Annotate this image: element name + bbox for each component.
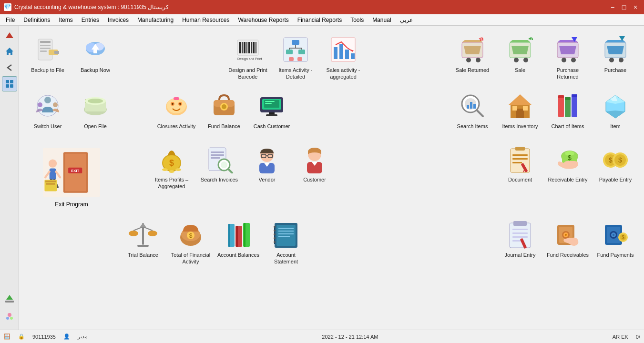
- svg-marker-7: [6, 295, 13, 300]
- design-barcode-icon[interactable]: Design and Print Design and Print Barcod…: [224, 30, 272, 84]
- svg-rect-15: [40, 50, 47, 52]
- total-financial-activity-icon[interactable]: $ Total of Financial Activity: [167, 215, 215, 269]
- purchase-icon[interactable]: Purchase: [592, 30, 639, 84]
- toolbar-up-button[interactable]: [2, 28, 17, 43]
- svg-text:$: $: [568, 154, 572, 161]
- svg-rect-109: [572, 94, 577, 97]
- fund-receivables-icon[interactable]: Fund Receivables: [544, 215, 592, 262]
- svg-rect-102: [512, 106, 517, 111]
- svg-text:$: $: [618, 156, 622, 164]
- svg-point-55: [514, 58, 519, 62]
- exit-program-label: Exit Program: [55, 201, 88, 208]
- svg-rect-120: [50, 168, 56, 180]
- svg-rect-45: [334, 47, 337, 59]
- svg-rect-189: [278, 236, 290, 237]
- document-icon[interactable]: Document: [496, 140, 544, 187]
- toolbar-bottom-btn2[interactable]: [2, 309, 17, 324]
- switch-user-label: Switch User: [34, 123, 62, 130]
- open-file-label: Open File: [84, 123, 107, 130]
- status-lang: AR EK: [613, 334, 628, 340]
- svg-rect-136: [211, 154, 224, 156]
- menu-invoices[interactable]: Invoices: [104, 16, 133, 24]
- exit-program-icon[interactable]: EXIT Exit Program: [24, 140, 119, 212]
- svg-rect-81: [174, 97, 179, 100]
- menu-entries[interactable]: Entries: [78, 16, 103, 24]
- menu-manufacturing[interactable]: Manufacturing: [133, 16, 177, 24]
- svg-point-170: [129, 231, 138, 236]
- search-items-icon[interactable]: Search Items: [449, 87, 496, 133]
- journal-entry-icon[interactable]: Journal Entry: [496, 215, 544, 262]
- menu-definitions[interactable]: Definitions: [20, 16, 54, 24]
- menu-tools[interactable]: Tools: [347, 16, 368, 24]
- closures-activity-icon[interactable]: Closures Activity: [153, 87, 200, 133]
- sale-returned-icon[interactable]: Sale Returned: [449, 30, 496, 84]
- menu-warehouse-reports[interactable]: Warehouse Reports: [235, 16, 293, 24]
- sale-icon[interactable]: Sale: [496, 30, 544, 84]
- toolbar-bottom-btn1[interactable]: [2, 292, 17, 307]
- menu-hr[interactable]: Human Resources: [178, 16, 233, 24]
- menu-arabic[interactable]: عربي: [396, 16, 417, 24]
- svg-point-119: [49, 159, 57, 167]
- svg-rect-13: [40, 45, 51, 46]
- status-bar: 🪟 🔒 90111935 👤 مدير 2022 - 12 - 21 12:14…: [0, 330, 644, 343]
- svg-rect-35: [286, 50, 293, 54]
- menu-manual[interactable]: Manual: [368, 16, 395, 24]
- fund-balance-icon[interactable]: Fund Balance: [200, 87, 248, 133]
- svg-text:EXIT: EXIT: [71, 169, 79, 173]
- svg-rect-150: [511, 149, 530, 172]
- svg-point-10: [10, 317, 13, 320]
- open-file-icon[interactable]: Open File: [72, 87, 119, 133]
- menu-items[interactable]: Items: [55, 16, 76, 24]
- customer-icon[interactable]: Customer: [291, 140, 338, 194]
- receivable-entry-icon[interactable]: $ Receivable Entry: [544, 140, 592, 187]
- account-balances-icon[interactable]: Account Balances: [215, 215, 262, 269]
- switch-user-icon[interactable]: Switch User: [24, 87, 72, 133]
- fund-payments-label: Fund Payments: [597, 252, 634, 258]
- svg-rect-43: [297, 57, 302, 61]
- purchase-returned-label: Purchase Returned: [546, 67, 590, 81]
- status-user-icon: 👤: [63, 333, 70, 340]
- payable-entry-icon[interactable]: $ $ Payable Entry: [592, 140, 639, 187]
- account-statement-icon[interactable]: Account Statement: [262, 215, 310, 269]
- svg-point-193: [274, 233, 276, 235]
- svg-rect-196: [510, 223, 531, 248]
- cash-customer-icon[interactable]: Cash Customer: [248, 87, 296, 133]
- items-activity-detailed-icon[interactable]: Items Activity - Detailed: [272, 30, 319, 84]
- svg-point-133: [175, 168, 181, 171]
- fund-payments-icon[interactable]: $ Fund Payments: [592, 215, 639, 262]
- svg-rect-34: [292, 40, 299, 45]
- toolbar-grid-button[interactable]: [2, 76, 17, 91]
- search-invoices-icon[interactable]: Search Invoices: [195, 140, 243, 194]
- bottom-row-1: EXIT Exit Program: [24, 140, 639, 212]
- toolbar-back-button[interactable]: [2, 60, 17, 75]
- backup-to-file-icon[interactable]: Backup to File: [24, 30, 72, 77]
- trial-balance-icon[interactable]: Trial Balance: [119, 215, 167, 269]
- svg-point-195: [274, 241, 276, 243]
- menu-financial-reports[interactable]: Financial Reports: [294, 16, 346, 24]
- svg-point-139: [221, 161, 227, 168]
- toolbar-home-button[interactable]: [2, 44, 17, 59]
- close-button[interactable]: ×: [631, 2, 640, 12]
- chart-of-items-icon[interactable]: Chart of Items: [544, 87, 592, 133]
- svg-rect-179: [228, 224, 230, 247]
- purchase-returned-icon[interactable]: Purchase Returned: [544, 30, 592, 84]
- maximize-button[interactable]: □: [619, 2, 629, 12]
- svg-point-131: [162, 168, 168, 171]
- sales-activity-aggregated-icon[interactable]: Sales activity - aggregated: [319, 30, 367, 84]
- svg-point-192: [274, 230, 276, 232]
- item-icon[interactable]: Item: [592, 87, 639, 133]
- svg-rect-135: [211, 151, 224, 153]
- window-controls: − □ ×: [608, 2, 640, 12]
- svg-point-212: [613, 234, 614, 236]
- svg-rect-92: [266, 114, 277, 116]
- items-inventory-icon[interactable]: Items Inventory: [496, 87, 544, 133]
- svg-line-169: [143, 227, 153, 231]
- svg-rect-46: [339, 44, 343, 59]
- main-content: Backup to File Backup Now: [19, 26, 644, 330]
- menu-file[interactable]: File: [2, 16, 19, 24]
- items-profits-aggregated-icon[interactable]: $ Items Profits – Aggregated: [148, 140, 195, 194]
- backup-now-icon[interactable]: Backup Now: [72, 30, 119, 77]
- vendor-icon[interactable]: Vendor: [243, 140, 291, 194]
- svg-marker-112: [606, 111, 625, 118]
- minimize-button[interactable]: −: [608, 2, 617, 12]
